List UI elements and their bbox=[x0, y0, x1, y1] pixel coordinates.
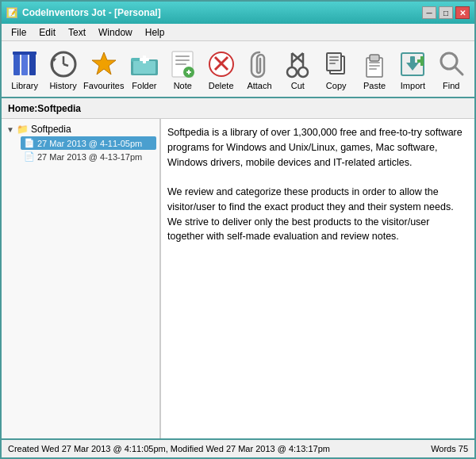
toolbar-history-button[interactable]: History bbox=[44, 44, 81, 94]
menu-window[interactable]: Window bbox=[92, 25, 139, 40]
status-right: Words 75 bbox=[431, 444, 468, 453]
toolbar-folder-button[interactable]: Folder bbox=[126, 44, 163, 94]
paste-icon bbox=[359, 48, 390, 80]
svg-rect-16 bbox=[175, 55, 190, 57]
folder-icon bbox=[129, 48, 159, 80]
svg-point-26 bbox=[298, 67, 308, 77]
attach-icon bbox=[244, 48, 274, 80]
menu-file[interactable]: File bbox=[5, 25, 33, 40]
tree-root[interactable]: ▼ 📁 Softpedia bbox=[5, 122, 156, 136]
tree-item-2[interactable]: 📄 27 Mar 2013 @ 4-13-17pm bbox=[21, 150, 156, 163]
tree-root-label: Softpedia bbox=[31, 124, 71, 135]
toolbar-cut-button[interactable]: Cut bbox=[279, 44, 316, 94]
svg-rect-17 bbox=[175, 59, 190, 61]
folder-label: Folder bbox=[132, 81, 156, 90]
title-buttons: ─ □ ✕ bbox=[422, 6, 470, 19]
svg-rect-1 bbox=[21, 53, 28, 75]
svg-rect-37 bbox=[370, 55, 379, 61]
cut-label: Cut bbox=[291, 81, 305, 90]
title-bar-left: 📝 CodeInventors Jot - [Personal] bbox=[6, 7, 161, 18]
app-icon: 📝 bbox=[6, 7, 17, 18]
menu-text[interactable]: Text bbox=[62, 25, 92, 40]
svg-rect-43 bbox=[410, 56, 415, 64]
copy-icon bbox=[321, 48, 351, 80]
tree-item-1[interactable]: 📄 27 Mar 2013 @ 4-11-05pm bbox=[21, 136, 156, 150]
import-icon bbox=[397, 48, 428, 80]
toolbar-note-button[interactable]: Note bbox=[164, 44, 201, 94]
left-panel: ▼ 📁 Softpedia 📄 27 Mar 2013 @ 4-11-05pm … bbox=[2, 119, 160, 438]
menu-help[interactable]: Help bbox=[139, 25, 171, 40]
main-window: 📝 CodeInventors Jot - [Personal] ─ □ ✕ F… bbox=[0, 0, 476, 459]
title-bar: 📝 CodeInventors Jot - [Personal] ─ □ ✕ bbox=[2, 2, 474, 24]
svg-rect-0 bbox=[13, 53, 20, 75]
toolbar-delete-button[interactable]: Delete bbox=[202, 44, 239, 94]
tree-expand-icon: ▼ bbox=[6, 125, 14, 134]
minimize-button[interactable]: ─ bbox=[422, 6, 436, 19]
history-icon bbox=[48, 48, 79, 80]
toolbar-import-button[interactable]: Import bbox=[394, 44, 431, 94]
note-icon bbox=[167, 48, 198, 80]
status-left: Created Wed 27 Mar 2013 @ 4:11:05pm, Mod… bbox=[8, 444, 330, 453]
close-button[interactable]: ✕ bbox=[455, 6, 470, 19]
svg-rect-14 bbox=[140, 58, 149, 61]
content-text-2: We review and categorize these products … bbox=[167, 185, 468, 244]
address-bar: Home:Softpedia bbox=[2, 98, 474, 119]
toolbar-attach-button[interactable]: Attach bbox=[241, 44, 278, 94]
favourites-label: Favourites bbox=[83, 81, 124, 90]
find-icon bbox=[436, 48, 466, 80]
find-label: Find bbox=[443, 81, 459, 90]
tree-children: 📄 27 Mar 2013 @ 4-11-05pm 📄 27 Mar 2013 … bbox=[21, 136, 156, 163]
library-icon bbox=[10, 48, 40, 80]
svg-rect-38 bbox=[369, 62, 380, 63]
tree-item-1-label: 27 Mar 2013 @ 4-11-05pm bbox=[37, 139, 142, 148]
right-panel[interactable]: Softpedia is a library of over 1,300,000… bbox=[160, 119, 474, 438]
doc-icon-1: 📄 bbox=[24, 138, 35, 148]
svg-rect-3 bbox=[13, 52, 36, 55]
cut-icon bbox=[282, 48, 313, 80]
import-label: Import bbox=[401, 81, 425, 90]
svg-rect-32 bbox=[327, 53, 341, 71]
svg-rect-33 bbox=[329, 56, 339, 58]
menu-edit[interactable]: Edit bbox=[33, 25, 62, 40]
doc-icon-2: 📄 bbox=[24, 151, 35, 162]
address-text: Home:Softpedia bbox=[8, 103, 81, 114]
paste-label: Paste bbox=[363, 81, 386, 90]
svg-rect-21 bbox=[188, 70, 190, 75]
svg-point-25 bbox=[287, 67, 297, 77]
svg-line-6 bbox=[63, 64, 68, 66]
toolbar-paste-button[interactable]: Paste bbox=[356, 44, 393, 94]
toolbar-library-button[interactable]: Library bbox=[6, 44, 43, 94]
toolbar-find-button[interactable]: Find bbox=[433, 44, 470, 94]
copy-label: Copy bbox=[326, 81, 347, 90]
svg-rect-35 bbox=[329, 63, 336, 64]
maximize-button[interactable]: □ bbox=[439, 6, 453, 19]
delete-label: Delete bbox=[209, 81, 234, 90]
history-label: History bbox=[49, 81, 76, 90]
folder-icon: 📁 bbox=[17, 124, 29, 135]
main-content: ▼ 📁 Softpedia 📄 27 Mar 2013 @ 4-11-05pm … bbox=[2, 119, 474, 438]
delete-icon bbox=[206, 48, 236, 80]
svg-rect-18 bbox=[175, 63, 186, 65]
favourites-icon bbox=[89, 48, 119, 80]
toolbar-favourites-button[interactable]: Favourites bbox=[83, 44, 125, 94]
svg-rect-39 bbox=[369, 65, 380, 67]
toolbar: Library History Favourites bbox=[2, 41, 474, 98]
svg-rect-2 bbox=[29, 53, 36, 75]
menu-bar: File Edit Text Window Help bbox=[2, 24, 474, 41]
svg-rect-34 bbox=[329, 59, 339, 61]
library-label: Library bbox=[11, 81, 38, 90]
svg-line-45 bbox=[455, 67, 463, 75]
note-label: Note bbox=[174, 81, 192, 90]
svg-marker-8 bbox=[92, 52, 116, 75]
toolbar-copy-button[interactable]: Copy bbox=[318, 44, 355, 94]
status-bar: Created Wed 27 Mar 2013 @ 4:11:05pm, Mod… bbox=[2, 438, 474, 457]
attach-label: Attach bbox=[247, 81, 271, 90]
tree-item-2-label: 27 Mar 2013 @ 4-13-17pm bbox=[37, 152, 142, 162]
svg-rect-40 bbox=[369, 68, 377, 70]
window-title: CodeInventors Jot - [Personal] bbox=[22, 7, 161, 18]
content-text: Softpedia is a library of over 1,300,000… bbox=[167, 125, 468, 170]
